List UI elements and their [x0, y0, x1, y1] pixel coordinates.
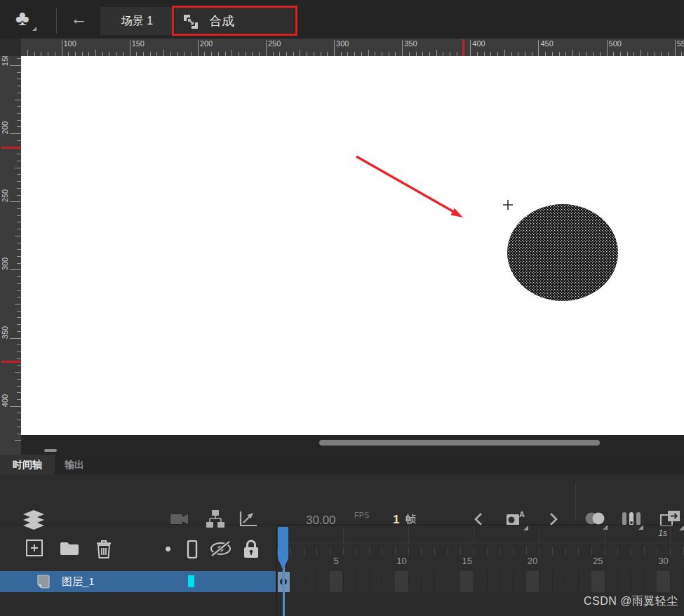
ruler-label: 150 — [132, 39, 145, 48]
layer-page-icon — [35, 574, 51, 589]
frame-group-line — [343, 527, 344, 542]
ruler-label: 150 — [1, 56, 9, 70]
next-keyframe-icon[interactable] — [549, 512, 558, 526]
ruler-major-tick — [10, 65, 21, 66]
clubs-dropdown-corner-icon — [32, 27, 36, 31]
timeline-toolbar: 30.00 FPS 1 帧 A — [0, 474, 684, 525]
oval-shape[interactable] — [507, 204, 618, 301]
frame-tick — [304, 547, 304, 555]
ruler-label: 300 — [1, 253, 9, 274]
previous-keyframe-icon[interactable] — [474, 512, 483, 526]
ruler-minor-tick — [504, 50, 505, 56]
ruler-major-tick — [402, 40, 403, 56]
stage-canvas[interactable] — [21, 56, 684, 435]
frame-tick — [356, 547, 356, 555]
frame-cell-separator — [565, 571, 566, 592]
frame-number: 10 — [387, 556, 415, 566]
frame-tick — [617, 547, 618, 555]
ruler-minor-tick — [15, 168, 21, 168]
playhead-line — [283, 565, 285, 616]
ruler-minor-tick — [15, 372, 21, 373]
frame-tick — [644, 547, 645, 555]
playhead[interactable] — [278, 527, 288, 570]
frame-number: 30 — [650, 556, 678, 566]
tab-output[interactable]: 输出 — [55, 455, 94, 474]
timeline-panel: 时间轴 输出 — [0, 455, 684, 616]
ruler-minor-tick — [572, 50, 573, 56]
frame-tick — [526, 547, 527, 555]
ruler-major-tick — [10, 406, 21, 407]
panel-divider[interactable] — [276, 525, 277, 616]
frame-tick — [631, 547, 631, 555]
symbol-tab[interactable]: 合成 — [175, 7, 295, 35]
ruler-label: 250 — [268, 39, 281, 48]
camera-icon[interactable] — [170, 513, 189, 525]
frame-ruler-header[interactable]: 510152025301s — [276, 525, 684, 570]
frame-tick — [578, 547, 579, 555]
back-arrow-icon[interactable]: ← — [70, 8, 88, 29]
animate-window: ♣ ← 场景 1 合成 1001502002503003504004505005… — [0, 0, 684, 616]
outline-view-icon[interactable] — [187, 540, 198, 558]
highlight-dot-icon[interactable] — [166, 547, 170, 551]
frame-cell-separator — [382, 571, 382, 592]
layer-color-swatch[interactable] — [188, 575, 194, 587]
frame-tick — [487, 547, 488, 555]
ruler-major-tick — [607, 40, 608, 56]
layer-frames-track[interactable] — [276, 571, 684, 592]
delete-layer-trash-icon[interactable] — [95, 539, 112, 558]
frame-cell-shaded[interactable] — [591, 571, 605, 592]
add-folder-icon[interactable] — [60, 541, 79, 555]
fps-unit-label: FPS — [354, 511, 369, 519]
frame-group-line — [539, 527, 539, 542]
layer-controls-band — [0, 525, 276, 570]
ruler-minor-tick — [436, 50, 437, 56]
ruler-minor-tick — [27, 50, 28, 56]
frame-cell-shaded[interactable] — [657, 571, 670, 592]
lock-layers-icon[interactable] — [243, 539, 260, 558]
frame-tick — [499, 547, 500, 555]
frame-tick — [382, 547, 382, 555]
ruler-major-tick — [10, 338, 21, 339]
hide-layers-eye-icon[interactable] — [210, 541, 232, 556]
ruler-minor-tick — [95, 50, 96, 56]
ruler-label: 200 — [200, 39, 213, 48]
frame-cell-separator — [499, 571, 500, 592]
ruler-label: 350 — [1, 322, 9, 343]
frame-cell-shaded[interactable] — [526, 571, 539, 592]
layer-name[interactable]: 图层_1 — [62, 575, 95, 589]
frame-cell-separator — [343, 571, 344, 592]
frame-group-line — [408, 527, 409, 542]
frame-number: 25 — [584, 556, 612, 566]
frame-cell-shaded[interactable] — [460, 571, 474, 592]
watermark-text: CSDN @雨翼轻尘 — [584, 594, 678, 609]
frame-tick — [565, 547, 566, 555]
ruler-position-mark-top — [462, 39, 464, 56]
ruler-label: 400 — [472, 39, 485, 48]
frame-cell-separator — [474, 571, 474, 592]
timeline-empty-area: CSDN @雨翼轻尘 — [0, 592, 684, 616]
ruler-label: 250 — [1, 185, 9, 206]
ruler-minor-tick — [300, 50, 300, 56]
horizontal-scrollbar[interactable] — [319, 440, 600, 446]
layer-row[interactable]: 图层_1 — [0, 571, 276, 592]
frame-tick — [474, 547, 474, 555]
stage-drawing — [21, 56, 684, 435]
scene-tab[interactable]: 场景 1 — [100, 7, 174, 35]
frame-cell-separator — [617, 571, 618, 592]
frame-cell-shaded[interactable] — [330, 571, 343, 592]
panel-grip-handle[interactable] — [44, 449, 57, 452]
ruler-major-tick — [334, 40, 335, 56]
tab-timeline[interactable]: 时间轴 — [0, 455, 55, 474]
ruler-minor-tick — [368, 50, 369, 56]
frame-tick — [316, 547, 317, 555]
frame-group-line — [474, 527, 474, 542]
ruler-major-tick — [10, 133, 21, 134]
frame-tick — [434, 547, 435, 555]
add-layer-icon[interactable] — [26, 540, 43, 556]
clubs-icon[interactable]: ♣ — [15, 6, 29, 30]
frame-tick — [657, 547, 657, 555]
annotation-arrow — [356, 156, 463, 217]
ruler-major-tick — [470, 40, 471, 56]
frame-cell-shaded[interactable] — [395, 571, 408, 592]
ruler-label: 550 — [677, 39, 684, 48]
